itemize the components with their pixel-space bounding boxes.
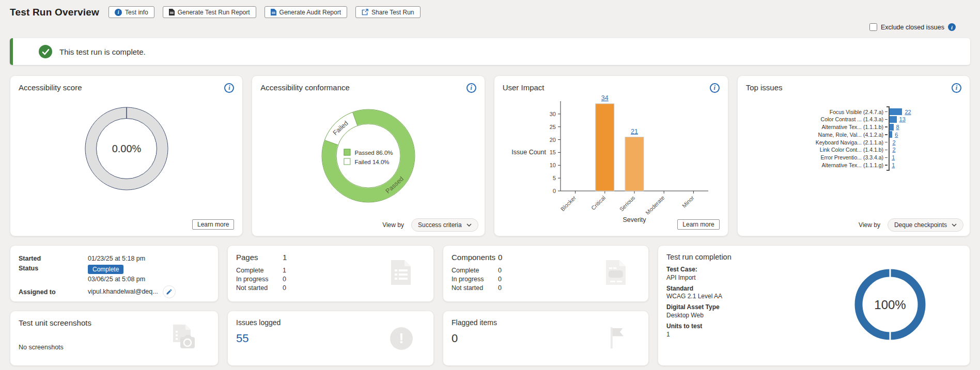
started-value: 01/23/25 at 5:18 pm: [88, 255, 210, 262]
page-title: Test Run Overview: [10, 7, 99, 18]
exclude-closed-info-icon[interactable]: i: [948, 23, 956, 31]
issue-count-link[interactable]: 13: [899, 116, 906, 122]
page-header: Test Run Overview i Test info Generate T…: [0, 0, 980, 19]
top-issue-row: Alternative Tex... (1.1.1.b)8: [796, 124, 911, 131]
top-issue-label: Name, Role, Val... (4.1.2.a): [796, 132, 885, 138]
top-issue-bar: [889, 108, 902, 115]
svg-text:Moderate: Moderate: [644, 195, 665, 216]
top-issue-label: Keyboard Naviga... (2.1.1.a): [796, 139, 885, 146]
issue-count-link[interactable]: 2: [892, 139, 895, 146]
edit-assignee-button[interactable]: [163, 285, 176, 298]
status-date: 03/06/25 at 5:08 pm: [88, 276, 145, 283]
pages-complete-label: Complete: [236, 267, 283, 274]
user-impact-info-icon[interactable]: i: [710, 83, 720, 93]
issues-alert-icon: !: [390, 327, 413, 350]
legend-label: Passed 86.0%: [354, 149, 393, 155]
test-info-button[interactable]: i Test info: [108, 6, 154, 18]
svg-text:0: 0: [553, 188, 556, 194]
generate-test-run-report-button[interactable]: Generate Test Run Report: [163, 6, 256, 18]
svg-text:30: 30: [549, 111, 555, 117]
flagged-items-card: Flagged items 0: [443, 311, 649, 366]
components-not-started-label: Not started: [452, 284, 498, 292]
filter-row: Exclude closed issues i: [0, 23, 956, 31]
accessibility-score-value: 0.00%: [112, 143, 141, 154]
issue-count-link[interactable]: 22: [905, 109, 911, 115]
top-issues-info-icon[interactable]: i: [952, 83, 961, 93]
legend-label: Failed 14.0%: [354, 158, 389, 165]
conformance-view-by-value: Success criteria: [418, 221, 462, 229]
test-run-completion-card: Test run completion Test Case: API Impor…: [658, 245, 970, 366]
user-impact-title: User Impact: [503, 83, 545, 92]
top-issue-row: Alternative Tex... (1.1.1.g)1: [796, 162, 911, 169]
accessibility-conformance-info-icon[interactable]: i: [466, 83, 476, 93]
user-impact-bar-chart: 051015202530Issue CountSeverityBlockerCr…: [503, 93, 720, 228]
completion-banner: This test run is complete.: [10, 38, 970, 65]
svg-text:Minor: Minor: [681, 195, 695, 209]
share-test-run-button[interactable]: Share Test Run: [355, 6, 421, 18]
learn-more-button[interactable]: Learn more: [677, 219, 719, 230]
top-issue-label: Link Color Cont... (1.4.1.b): [796, 147, 885, 153]
top-issues-axis: [889, 106, 890, 171]
conformance-legend: Passed 86.0%Failed 14.0%: [344, 149, 393, 165]
issue-count-link[interactable]: 6: [895, 132, 898, 138]
top-issue-row: Keyboard Naviga... (2.1.1.a)2: [796, 139, 911, 146]
exclude-closed-issues-label[interactable]: Exclude closed issues: [881, 24, 944, 31]
pages-doc-icon: [389, 259, 413, 288]
audit-doc-icon: [271, 9, 276, 15]
success-check-icon: [39, 45, 52, 58]
exclude-closed-issues-checkbox[interactable]: [869, 23, 877, 31]
status-badge: Complete: [88, 265, 123, 274]
pages-card: Pages 1 Complete 1 In progress 0 Not sta…: [227, 245, 434, 302]
legend-item-failed: Failed 14.0%: [344, 158, 393, 165]
learn-more-button[interactable]: Learn more: [192, 219, 234, 230]
run-details-card: Started 01/23/25 at 5:18 pm Status Compl…: [10, 245, 219, 302]
components-card: Components 0 Complete 0 In progress 0 No…: [443, 245, 649, 302]
issue-count-link[interactable]: 1: [892, 162, 895, 168]
info-circle-icon: i: [115, 9, 122, 16]
status-label: Status: [19, 265, 88, 283]
components-complete-label: Complete: [452, 267, 498, 274]
issue-count-link[interactable]: 21: [631, 128, 638, 135]
components-title: Components: [452, 253, 498, 262]
accessibility-conformance-card: Accessibility conformance i FailedPassed…: [252, 75, 485, 236]
top-issue-row: Name, Role, Val... (4.1.2.a)6: [796, 131, 911, 138]
svg-text:15: 15: [549, 149, 555, 155]
svg-text:Blocker: Blocker: [559, 195, 577, 213]
svg-text:20: 20: [549, 137, 555, 143]
user-impact-card: User Impact i 051015202530Issue CountSev…: [494, 75, 728, 236]
issue-count-link[interactable]: 8: [896, 124, 899, 130]
conformance-view-by-dropdown[interactable]: Success criteria: [411, 218, 478, 232]
legend-item-passed: Passed 86.0%: [344, 149, 393, 156]
top-issue-row: Link Color Cont... (1.4.1.b)2: [796, 147, 911, 153]
top-issue-label: Focus Visible (2.4.7.a): [796, 109, 885, 115]
issues-logged-title: Issues logged: [236, 318, 425, 327]
legend-swatch: [344, 158, 350, 165]
accessibility-score-info-icon[interactable]: i: [224, 83, 234, 93]
issue-count-link[interactable]: 34: [601, 94, 609, 102]
top-issues-view-by-dropdown[interactable]: Deque checkpoints: [888, 218, 963, 232]
top-issues-title: Top issues: [746, 83, 783, 92]
assigned-to-value: vipul.khandelwal@deq...: [88, 288, 158, 295]
top-issues-view-by-value: Deque checkpoints: [894, 221, 947, 229]
assigned-to-label: Assigned to: [19, 288, 88, 296]
top-issue-row: Focus Visible (2.4.7.a)22: [796, 108, 911, 115]
completion-ring-chart: 100%: [851, 265, 929, 346]
issues-logged-card: Issues logged 55 !: [227, 311, 434, 366]
test-info-label: Test info: [125, 9, 148, 16]
issue-count-link[interactable]: 1: [892, 154, 895, 160]
screenshots-camera-icon: [172, 324, 197, 353]
top-issue-row: Error Preventio... (3.3.4.a)1: [796, 154, 911, 161]
flag-icon: [607, 326, 628, 351]
top-issue-label: Alternative Tex... (1.1.1.b): [796, 124, 885, 130]
issue-count-link[interactable]: 2: [892, 147, 895, 153]
view-by-label: View by: [382, 221, 404, 229]
top-issue-row: Color Contrast ... (1.4.3.a)13: [796, 116, 911, 123]
generate-audit-report-label: Generate Audit Report: [279, 9, 341, 16]
pages-not-started-label: Not started: [236, 284, 283, 292]
pages-in-progress-label: In progress: [236, 276, 283, 283]
components-doc-icon: [604, 259, 628, 288]
svg-text:5: 5: [553, 175, 556, 181]
generate-audit-report-button[interactable]: Generate Audit Report: [265, 6, 347, 18]
svg-text:Critical: Critical: [590, 195, 606, 211]
generate-test-run-report-label: Generate Test Run Report: [178, 9, 250, 16]
